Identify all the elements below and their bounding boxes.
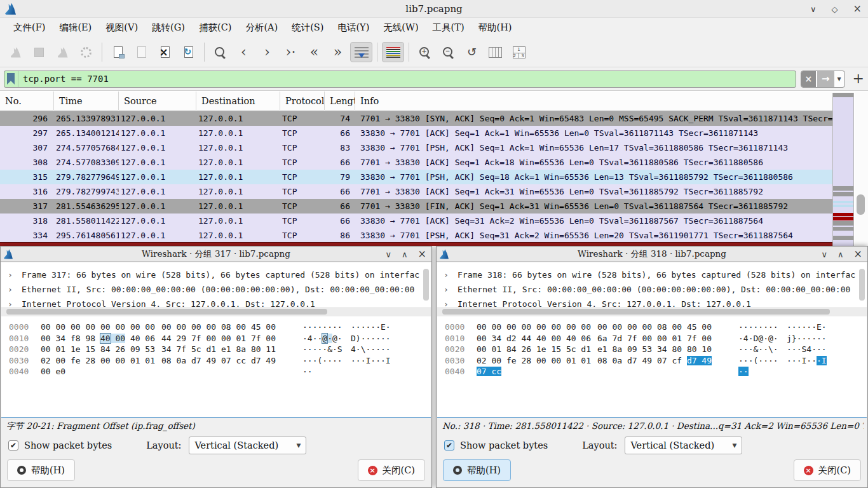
packet-row-296[interactable]: 296265.133978931127.0.0.1127.0.0.1TCP747… xyxy=(0,111,832,126)
column-header-no[interactable]: No. xyxy=(0,92,54,111)
layout-121-button[interactable] xyxy=(508,42,530,62)
zoom-in-button[interactable] xyxy=(414,42,436,62)
ascii-group-1: ···(···· xyxy=(302,355,344,367)
menu-statistics[interactable]: 统计(S) xyxy=(285,19,330,36)
go-last-button[interactable] xyxy=(327,42,349,62)
packet-row-315[interactable]: 315279.782779649127.0.0.1127.0.0.1TCP793… xyxy=(0,170,832,184)
close-icon[interactable]: × xyxy=(854,249,862,259)
hex-row[interactable]: 003002 00 fe 28 00 00 01 0108 0a d7 49 0… xyxy=(1,355,431,367)
hex-row[interactable]: 002000 01 84 26 1e 15 5c d1e1 8a 09 53 3… xyxy=(437,344,867,355)
maximize-icon[interactable]: ◇ xyxy=(832,5,838,13)
menu-analyze[interactable]: 分析(A) xyxy=(238,19,285,36)
display-filter-input[interactable]: tcp.port == 7701 xyxy=(4,71,796,88)
hex-row[interactable]: 000000 00 00 00 00 00 00 0000 00 00 00 0… xyxy=(1,322,431,333)
menu-wireless[interactable]: 无线(W) xyxy=(376,19,425,36)
toolbar-separator xyxy=(377,43,377,62)
layout-select[interactable]: Vertical (Stacked) ▼ xyxy=(189,437,306,454)
close-icon[interactable]: × xyxy=(853,4,862,14)
hex-row[interactable]: 003002 00 fe 28 00 00 01 0108 0a d7 49 0… xyxy=(437,355,867,367)
resize-columns-button[interactable] xyxy=(484,42,506,62)
zoom-reset-button[interactable] xyxy=(461,42,483,62)
go-to-packet-button[interactable] xyxy=(280,42,302,62)
menu-go[interactable]: 跳转(G) xyxy=(145,19,192,36)
filter-apply-icon[interactable]: → xyxy=(817,71,834,87)
layout-select[interactable]: Vertical (Stacked) ▼ xyxy=(625,437,742,454)
expander-icon[interactable]: › xyxy=(444,297,449,307)
close-icon[interactable]: × xyxy=(418,249,426,259)
column-header-info[interactable]: Info xyxy=(355,92,832,111)
column-header-protocol[interactable]: Protocol xyxy=(280,92,325,111)
tree-row[interactable]: ›Internet Protocol Version 4, Src: 127.0… xyxy=(1,297,431,307)
close-button[interactable]: × 关闭(C) xyxy=(358,459,425,481)
packet-row-297[interactable]: 297265.134001214127.0.0.1127.0.0.1TCP663… xyxy=(0,126,832,140)
hex-row[interactable]: 000000 00 00 00 00 00 00 0000 00 00 00 0… xyxy=(437,322,867,333)
menu-tools[interactable]: 工具(T) xyxy=(426,19,471,36)
tree-row[interactable]: ›Internet Protocol Version 4, Src: 127.0… xyxy=(437,297,867,307)
hex-row[interactable]: 004000 e0·· xyxy=(1,366,431,377)
colorize-button[interactable] xyxy=(382,42,404,62)
expander-icon[interactable]: › xyxy=(444,282,449,297)
hex-row[interactable]: 004007 cc·· xyxy=(437,366,867,377)
menu-view[interactable]: 视图(V) xyxy=(98,19,145,36)
packet-row-334[interactable]: 334295.761480561127.0.0.1127.0.0.1TCP863… xyxy=(0,228,832,243)
show-packet-bytes-checkbox[interactable]: ✔ xyxy=(444,440,454,451)
expander-icon[interactable]: › xyxy=(444,268,449,282)
scrollbar-handle[interactable] xyxy=(6,309,327,315)
add-filter-button[interactable]: + xyxy=(853,72,864,86)
column-header-time[interactable]: Time xyxy=(54,92,119,111)
intelligent-scrollbar-minimap[interactable] xyxy=(832,93,854,246)
tree-scrollbar[interactable] xyxy=(859,269,865,301)
tree-row[interactable]: ›Ethernet II, Src: 00:00:00_00:00:00 (00… xyxy=(437,282,867,297)
restore-icon[interactable]: ∧ xyxy=(402,250,408,259)
zoom-out-button[interactable] xyxy=(437,42,459,62)
menu-edit[interactable]: 编辑(E) xyxy=(52,19,98,36)
help-button[interactable]: 帮助(H) xyxy=(7,459,75,481)
tree-scrollbar[interactable] xyxy=(423,269,429,301)
menu-file[interactable]: 文件(F) xyxy=(6,19,52,36)
packet-row-307[interactable]: 307274.577057684127.0.0.1127.0.0.1TCP833… xyxy=(0,140,832,155)
find-packet-button[interactable] xyxy=(209,42,231,62)
scrollbar-handle[interactable] xyxy=(442,309,830,315)
restore-icon[interactable]: ∧ xyxy=(837,250,844,259)
tree-horizontal-scrollbar[interactable] xyxy=(1,308,431,316)
tree-row[interactable]: ›Ethernet II, Src: 00:00:00_00:00:00 (00… xyxy=(1,282,431,297)
packet-row-316[interactable]: 316279.782799743127.0.0.1127.0.0.1TCP667… xyxy=(0,184,832,199)
subwindow-title: Wireshark · 分组 318 · lib7.pcapng xyxy=(437,248,867,260)
expander-icon[interactable]: › xyxy=(8,297,13,307)
tree-row[interactable]: ›Frame 317: 66 bytes on wire (528 bits),… xyxy=(1,268,431,282)
go-back-button[interactable] xyxy=(233,42,255,62)
help-button[interactable]: 帮助(H) xyxy=(443,459,511,481)
column-header-source[interactable]: Source xyxy=(119,92,196,111)
minimize-icon[interactable]: ∨ xyxy=(386,250,392,259)
menu-telephony[interactable]: 电话(Y) xyxy=(330,19,376,36)
show-packet-bytes-checkbox[interactable]: ✔ xyxy=(8,440,18,451)
reload-file-button[interactable] xyxy=(177,42,200,62)
scrollbar-thumb[interactable] xyxy=(857,194,865,215)
hex-row[interactable]: 002000 01 1e 15 84 26 09 5334 7f 5c d1 e… xyxy=(1,344,431,355)
column-header-length[interactable]: Length xyxy=(325,92,355,111)
expander-icon[interactable]: › xyxy=(8,268,13,282)
expander-icon[interactable]: › xyxy=(8,282,13,297)
tree-row[interactable]: ›Frame 318: 66 bytes on wire (528 bits),… xyxy=(437,268,867,282)
packet-row-317[interactable]: 317281.554636295127.0.0.1127.0.0.1TCP667… xyxy=(0,199,832,214)
minimize-icon[interactable]: ∨ xyxy=(810,5,817,13)
close-file-button[interactable] xyxy=(154,42,176,62)
filter-history-caret-icon[interactable]: ▼ xyxy=(834,71,844,87)
filter-clear-icon[interactable]: × xyxy=(801,71,816,87)
go-forward-button[interactable] xyxy=(256,42,278,62)
column-header-destination[interactable]: Destination xyxy=(196,92,280,111)
auto-scroll-button[interactable] xyxy=(350,42,372,62)
go-first-button[interactable] xyxy=(303,42,325,62)
packet-row-308[interactable]: 308274.577083309127.0.0.1127.0.0.1TCP667… xyxy=(0,155,832,170)
minimize-icon[interactable]: ∨ xyxy=(822,250,828,259)
menu-help[interactable]: 帮助(H) xyxy=(471,19,519,36)
packet-row-318[interactable]: 318281.558011422127.0.0.1127.0.0.1TCP663… xyxy=(0,214,832,228)
hex-row[interactable]: 001000 34 d2 44 40 00 40 066a 7d 7f 00 0… xyxy=(437,333,867,344)
open-file-button[interactable] xyxy=(107,42,129,62)
menu-capture[interactable]: 捕获(C) xyxy=(192,19,238,36)
bookmark-icon[interactable] xyxy=(7,73,15,85)
close-button[interactable]: × 关闭(C) xyxy=(794,459,861,481)
hex-row[interactable]: 001000 34 f8 98 40 00 40 0644 29 7f 00 0… xyxy=(1,333,431,344)
tree-horizontal-scrollbar[interactable] xyxy=(437,308,867,316)
packet-list-scrollbar[interactable] xyxy=(855,92,868,246)
